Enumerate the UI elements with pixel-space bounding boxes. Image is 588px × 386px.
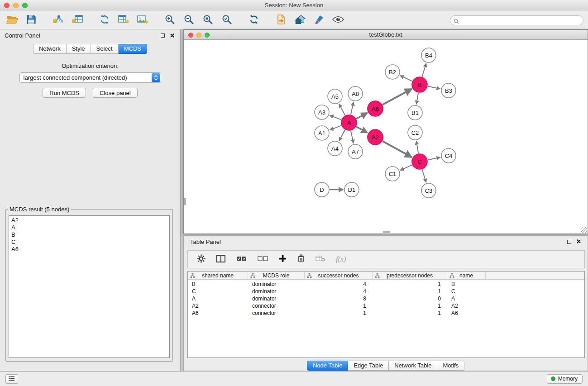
tab-network-table[interactable]: Network Table: [389, 361, 437, 371]
node-D1[interactable]: D1: [344, 182, 359, 197]
mcds-result-item-c[interactable]: C: [11, 238, 169, 246]
table-row-a[interactable]: Adominator80A: [188, 295, 584, 302]
open-session-button[interactable]: [273, 13, 288, 27]
edge-A-A1[interactable]: [330, 125, 342, 130]
edge-C-C2[interactable]: [416, 141, 418, 153]
node-B2[interactable]: B2: [385, 65, 400, 79]
export-network-button[interactable]: [97, 13, 112, 27]
node-B[interactable]: B: [412, 77, 427, 92]
edge-B-B4[interactable]: [422, 63, 426, 77]
zoom-selected-button[interactable]: [219, 13, 234, 27]
edge-A-A8[interactable]: [351, 102, 354, 115]
optimization-criterion-dropdown[interactable]: largest connected component (directed): [19, 72, 161, 83]
toggle-columns-icon[interactable]: [216, 255, 225, 264]
tab-select[interactable]: Select: [91, 44, 119, 54]
node-A3[interactable]: A3: [315, 105, 329, 119]
node-A8[interactable]: A8: [348, 86, 363, 101]
mcds-result-item-a[interactable]: A: [11, 224, 169, 231]
network-canvas[interactable]: B4B2BB3A5A8A6B1A3AC2A1A2A4A7C4CC1C3DD1: [184, 40, 588, 234]
edge-A-A4[interactable]: [339, 130, 345, 141]
node-C4[interactable]: C4: [441, 148, 456, 163]
canvas-resize-handle-bottom[interactable]: [383, 231, 390, 233]
edge-C-C4[interactable]: [428, 157, 440, 160]
column-header-shared-name[interactable]: shared name: [188, 272, 248, 280]
edge-A2-C[interactable]: [382, 141, 412, 157]
node-D[interactable]: D: [315, 182, 329, 197]
table-row-b[interactable]: Bdominator41B: [188, 281, 584, 288]
node-C1[interactable]: C1: [385, 167, 400, 181]
column-header-mcds-role[interactable]: MCDS role: [248, 272, 305, 280]
node-A2[interactable]: A2: [368, 129, 383, 145]
zoom-out-button[interactable]: [181, 13, 196, 27]
table-row-a2[interactable]: A2connector11A2: [188, 302, 584, 310]
open-file-button[interactable]: [5, 13, 19, 27]
edge-A-A2[interactable]: [356, 127, 368, 133]
table-row-a6[interactable]: A6connector11A6: [188, 310, 584, 317]
memory-button[interactable]: Memory: [547, 374, 583, 384]
node-A6[interactable]: A6: [368, 101, 383, 116]
add-column-icon[interactable]: [279, 255, 287, 264]
select-all-icon[interactable]: [236, 255, 247, 263]
node-C2[interactable]: C2: [408, 125, 422, 140]
node-C[interactable]: C: [412, 154, 427, 169]
column-header-successor-nodes[interactable]: successor nodes: [305, 272, 373, 280]
refresh-view-button[interactable]: [246, 13, 261, 27]
edge-C-C3[interactable]: [422, 169, 426, 182]
import-table-file-button[interactable]: [70, 13, 85, 27]
canvas-resize-handle-left[interactable]: [184, 198, 186, 205]
network-overview-button[interactable]: [292, 13, 307, 27]
column-header-predecessor-nodes[interactable]: predecessor nodes: [373, 272, 447, 280]
node-C3[interactable]: C3: [421, 183, 436, 198]
edge-B-B3[interactable]: [428, 86, 440, 89]
edge-A-A7[interactable]: [351, 131, 354, 143]
export-table-button[interactable]: [116, 13, 131, 27]
edge-A-A3[interactable]: [330, 115, 342, 120]
node-B4[interactable]: B4: [421, 48, 436, 62]
zoom-fit-button[interactable]: [200, 13, 215, 27]
tab-style[interactable]: Style: [67, 44, 91, 54]
import-network-file-button[interactable]: [51, 13, 66, 27]
tab-mcds[interactable]: MCDS: [119, 44, 147, 54]
style-paint-button[interactable]: [311, 13, 326, 27]
save-session-button[interactable]: [24, 13, 38, 27]
edge-C-C1[interactable]: [400, 165, 412, 170]
mcds-result-list[interactable]: A2ABCA6: [9, 215, 170, 358]
run-mcds-button[interactable]: Run MCDS: [43, 88, 86, 98]
network-window-titlebar[interactable]: testGlobe.txt: [184, 30, 588, 40]
table-row-c[interactable]: Cdominator41C: [188, 288, 584, 295]
search-input[interactable]: [450, 15, 583, 25]
show-graphics-details-button[interactable]: [330, 13, 345, 27]
float-table-panel-icon[interactable]: [567, 240, 571, 244]
delete-column-trash-icon[interactable]: [297, 254, 305, 264]
node-B3[interactable]: B3: [441, 83, 456, 98]
edge-A6-B[interactable]: [382, 89, 412, 105]
tab-node-table[interactable]: Node Table: [307, 361, 349, 371]
settings-gear-icon[interactable]: [197, 254, 206, 265]
node-A1[interactable]: A1: [315, 126, 329, 140]
tab-motifs[interactable]: Motifs: [437, 361, 464, 371]
node-A[interactable]: A: [341, 115, 357, 130]
export-image-button[interactable]: [135, 13, 150, 27]
tab-network[interactable]: Network: [33, 44, 67, 54]
window-resize-grip[interactable]: [581, 227, 587, 233]
deselect-all-icon[interactable]: [258, 255, 268, 263]
close-panel-button[interactable]: Close panel: [93, 88, 138, 98]
edge-B-B1[interactable]: [416, 93, 418, 104]
zoom-in-button[interactable]: [162, 13, 177, 27]
delete-table-icon[interactable]: [316, 255, 325, 263]
float-panel-icon[interactable]: [161, 33, 165, 38]
close-table-panel-icon[interactable]: [576, 238, 581, 246]
function-builder-icon[interactable]: f(x): [336, 255, 346, 263]
mcds-result-item-a6[interactable]: A6: [11, 246, 169, 253]
node-A4[interactable]: A4: [328, 141, 342, 156]
edge-B-B2[interactable]: [400, 76, 412, 81]
show-panels-button[interactable]: [5, 374, 18, 384]
tab-edge-table[interactable]: Edge Table: [348, 361, 389, 371]
node-B1[interactable]: B1: [408, 105, 422, 120]
close-panel-icon[interactable]: [170, 32, 175, 40]
node-A5[interactable]: A5: [328, 89, 342, 104]
column-header-name[interactable]: name: [447, 272, 486, 280]
edge-A-A6[interactable]: [356, 113, 368, 119]
node-A7[interactable]: A7: [348, 144, 363, 159]
mcds-result-item-a2[interactable]: A2: [11, 217, 169, 224]
